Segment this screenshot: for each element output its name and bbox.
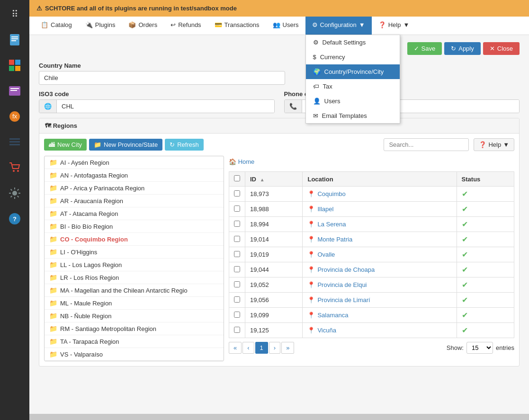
- nav-orders[interactable]: 📦 Orders: [122, 17, 164, 35]
- location-link[interactable]: 📍Vicuña: [307, 327, 451, 334]
- page-button[interactable]: ‹: [242, 342, 254, 354]
- row-checkbox[interactable]: [234, 251, 240, 257]
- nav-catalog[interactable]: 📋 Catalog: [34, 17, 79, 35]
- tree-item[interactable]: 📁AI - Aysén Region: [45, 156, 224, 169]
- tree-item[interactable]: 📁AP - Arica y Parinacota Region: [45, 182, 224, 195]
- page-button[interactable]: »: [281, 342, 294, 354]
- tree-item-label: RM - Santiago Metropolitan Region: [60, 325, 156, 332]
- page-button[interactable]: ›: [269, 342, 280, 354]
- nav-refunds[interactable]: ↩ Refunds: [164, 17, 207, 35]
- row-status: ✔: [457, 323, 514, 338]
- tree-item[interactable]: 📁LL - Los Lagos Region: [45, 259, 224, 271]
- nav-configuration-dropdown[interactable]: ⚙ Configuration ▼ ⚙ Default Settings $ C…: [305, 17, 372, 35]
- tree-item[interactable]: 📁LI - O'Higgins: [45, 246, 224, 259]
- row-checkbox[interactable]: [234, 206, 240, 212]
- row-location: 📍Coquimbo: [303, 187, 457, 202]
- row-checkbox[interactable]: [234, 236, 240, 242]
- nav-transactions[interactable]: 💳 Transactions: [208, 17, 266, 35]
- location-link[interactable]: 📍Provincia de Choapa: [307, 266, 451, 273]
- select-all-checkbox[interactable]: [234, 175, 240, 181]
- nav-help[interactable]: ❓ Help ▼: [372, 17, 416, 35]
- tree-item[interactable]: 📁BI - Bío Bío Region: [45, 220, 224, 233]
- tree-item[interactable]: 📁NB - Ñuble Region: [45, 310, 224, 322]
- close-button[interactable]: ✕ Close: [483, 42, 520, 55]
- show-select[interactable]: 152550100: [466, 342, 493, 354]
- row-checkbox[interactable]: [234, 190, 240, 197]
- tree-item[interactable]: 📁AN - Antofagasta Region: [45, 169, 224, 182]
- tree-item[interactable]: 📁ML - Maule Region: [45, 297, 224, 310]
- search-input[interactable]: [384, 138, 469, 151]
- tree-item[interactable]: 📁LR - Los Ríos Region: [45, 271, 224, 284]
- help-label-toolbar: Help: [488, 141, 501, 148]
- tree-item-label: LL - Los Lagos Region: [60, 261, 122, 268]
- col-id-header[interactable]: ID ▲: [245, 172, 303, 187]
- tree-item[interactable]: 📁MA - Magellan and the Chilean Antarctic…: [45, 284, 224, 297]
- location-link[interactable]: 📍Illapel: [307, 206, 451, 213]
- nav-plugins[interactable]: 🔌 Plugins: [79, 17, 122, 35]
- sidebar-gear-icon[interactable]: [3, 181, 27, 205]
- sidebar-help-icon[interactable]: ?: [3, 207, 27, 231]
- breadcrumb[interactable]: 🏠 Home: [229, 156, 514, 168]
- location-link[interactable]: 📍Provincia de Limarí: [307, 296, 451, 304]
- sidebar-cart-icon[interactable]: [3, 156, 27, 179]
- row-checkbox[interactable]: [234, 296, 240, 303]
- sidebar-blog-icon[interactable]: [3, 79, 27, 103]
- folder-icon: 📁: [49, 171, 57, 179]
- sidebar-grid-icon[interactable]: ⠿: [3, 2, 27, 26]
- location-link[interactable]: 📍Ovalle: [307, 251, 451, 258]
- refresh-button[interactable]: ↻ Refresh: [165, 139, 204, 151]
- sidebar-macro-icon[interactable]: fx: [3, 105, 27, 128]
- row-id: 19,014: [245, 232, 303, 247]
- action-buttons-row: ✓ Save ↻ Apply ✕ Close: [39, 42, 520, 55]
- country-name-input[interactable]: [39, 71, 285, 85]
- new-city-button[interactable]: 🏙 New City: [44, 139, 87, 151]
- page-button[interactable]: 1: [255, 342, 268, 354]
- sidebar-menu-icon[interactable]: [3, 130, 27, 154]
- menu-email-templates[interactable]: ✉ Email Templates: [306, 108, 400, 123]
- col-status-header[interactable]: Status: [457, 172, 514, 187]
- menu-currency[interactable]: $ Currency: [306, 50, 400, 64]
- tree-item[interactable]: 📁TA - Tarapacá Region: [45, 335, 224, 348]
- tree-item[interactable]: 📁CO - Coquimbo Region: [45, 233, 224, 246]
- nav-configuration[interactable]: ⚙ Configuration ▼: [305, 17, 372, 35]
- row-checkbox[interactable]: [234, 281, 240, 287]
- tree-item[interactable]: 📁AR - Araucanía Region: [45, 195, 224, 207]
- location-link[interactable]: 📍La Serena: [307, 221, 451, 228]
- save-button[interactable]: ✓ Save: [407, 42, 442, 55]
- tree-item[interactable]: 📁AT - Atacama Region: [45, 207, 224, 220]
- warning-banner: ⚠ SCHTORE and all of its plugins are run…: [29, 0, 529, 17]
- location-link[interactable]: 📍Provincia de Elqui: [307, 281, 451, 288]
- location-link[interactable]: 📍Salamanca: [307, 312, 451, 319]
- location-name: Provincia de Choapa: [317, 266, 375, 273]
- col-location-header[interactable]: Location: [303, 172, 457, 187]
- folder-icon: 📁: [49, 261, 57, 268]
- svg-point-17: [17, 170, 19, 172]
- row-checkbox[interactable]: [234, 221, 240, 227]
- iso3-input[interactable]: [57, 100, 274, 113]
- row-checkbox[interactable]: [234, 266, 240, 272]
- row-checkbox[interactable]: [234, 327, 240, 333]
- page-button[interactable]: «: [229, 342, 242, 354]
- sidebar-pages-icon[interactable]: [3, 28, 27, 52]
- tax-label: Tax: [323, 83, 332, 90]
- map-pin-icon: 📍: [307, 236, 315, 243]
- row-status: ✔: [457, 232, 514, 247]
- menu-default-settings[interactable]: ⚙ Default Settings: [306, 35, 400, 50]
- table-row: 19,056 📍Provincia de Limarí ✔: [229, 293, 514, 308]
- menu-country-province-city[interactable]: 🌍 Country/Province/City: [306, 64, 400, 79]
- apply-button[interactable]: ↻ Apply: [444, 42, 481, 55]
- email-templates-icon: ✉: [313, 112, 318, 119]
- location-link[interactable]: 📍Monte Patria: [307, 236, 451, 243]
- sidebar-blocks-icon[interactable]: [3, 54, 27, 77]
- help-button[interactable]: ❓ Help ▼: [474, 138, 514, 151]
- tree-item[interactable]: 📁RM - Santiago Metropolitan Region: [45, 322, 224, 335]
- content-area: ✓ Save ↻ Apply ✕ Close Country Name ISO3…: [29, 35, 529, 414]
- map-pin-icon: 📍: [307, 251, 315, 258]
- row-checkbox[interactable]: [234, 312, 240, 318]
- location-link[interactable]: 📍Coquimbo: [307, 190, 451, 197]
- menu-users[interactable]: 👤 Users: [306, 94, 400, 108]
- tree-item[interactable]: 📁VS - Valparaíso: [45, 348, 224, 361]
- nav-users[interactable]: 👥 Users: [266, 17, 305, 35]
- new-province-button[interactable]: 📁 New Province/State: [89, 139, 162, 151]
- menu-tax[interactable]: 🏷 Tax: [306, 79, 400, 94]
